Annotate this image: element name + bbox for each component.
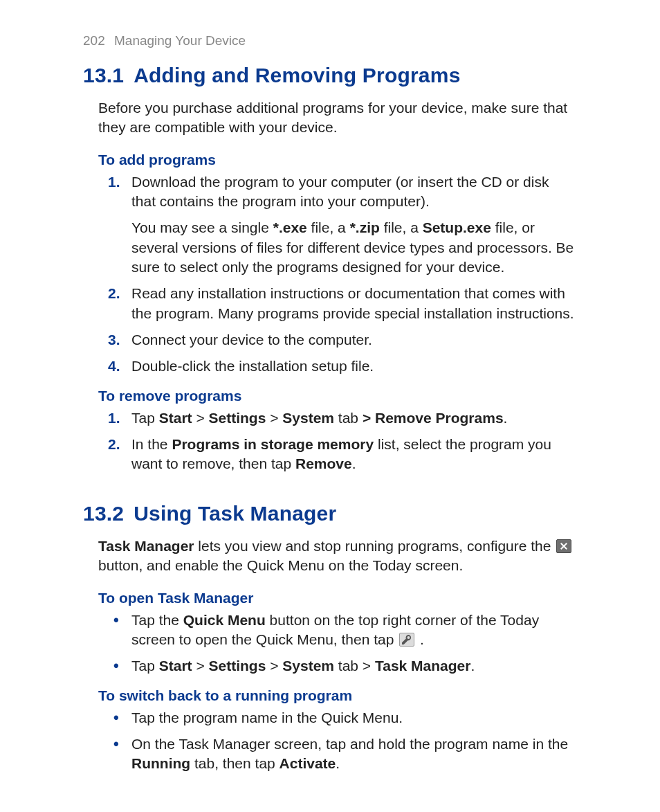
section-heading: 13.1Adding and Removing Programs	[83, 64, 577, 87]
sub-heading-open-tm: To open Task Manager	[98, 590, 577, 606]
list-item: On the Task Manager screen, tap and hold…	[98, 734, 577, 774]
chapter-title: Managing Your Device	[114, 33, 246, 48]
wrench-icon	[399, 633, 414, 647]
section-intro: Task Manager lets you view and stop runn…	[98, 536, 577, 576]
sub-heading-add: To add programs	[98, 152, 577, 168]
list-text: In the Programs in storage memory list, …	[131, 436, 551, 471]
list-text: Connect your device to the computer.	[131, 332, 372, 348]
remove-programs-list: 1. Tap Start > Settings > System tab > R…	[98, 408, 577, 474]
list-text: Read any installation instructions or do…	[131, 285, 574, 321]
list-text: On the Task Manager screen, tap and hold…	[131, 736, 568, 771]
sub-heading-remove: To remove programs	[98, 388, 577, 404]
list-item: 2. In the Programs in storage memory lis…	[98, 435, 577, 474]
list-number: 1.	[108, 408, 120, 428]
list-text: Tap Start > Settings > System tab > Task…	[131, 658, 475, 674]
list-number: 3.	[108, 330, 120, 350]
section-title: Using Task Manager	[134, 502, 336, 525]
section-13-1: 13.1Adding and Removing Programs Before …	[83, 64, 577, 474]
list-text: Download the program to your computer (o…	[131, 172, 577, 212]
section-heading: 13.2Using Task Manager	[83, 502, 577, 525]
section-13-2: 13.2Using Task Manager Task Manager lets…	[83, 502, 577, 774]
list-text: Tap the Quick Menu button on the top rig…	[131, 612, 539, 647]
list-item: Tap the program name in the Quick Menu.	[98, 708, 577, 728]
running-header: 202 Managing Your Device	[83, 33, 577, 48]
list-item: 1. Tap Start > Settings > System tab > R…	[98, 408, 577, 428]
list-number: 2.	[108, 435, 120, 454]
add-programs-list: 1. Download the program to your computer…	[98, 172, 577, 377]
list-number: 2.	[108, 284, 120, 303]
section-number: 13.1	[83, 64, 124, 87]
list-item: 2. Read any installation instructions or…	[98, 284, 577, 323]
open-tm-list: Tap the Quick Menu button on the top rig…	[98, 611, 577, 676]
close-icon	[556, 539, 571, 553]
document-page: 202 Managing Your Device 13.1Adding and …	[0, 0, 660, 812]
list-item: 4. Double-click the installation setup f…	[98, 357, 577, 376]
switch-back-list: Tap the program name in the Quick Menu. …	[98, 708, 577, 774]
list-item: Tap Start > Settings > System tab > Task…	[98, 656, 577, 676]
section-intro: Before you purchase additional programs …	[98, 98, 577, 138]
list-text: You may see a single *.exe file, a *.zip…	[131, 218, 577, 277]
section-number: 13.2	[83, 502, 124, 525]
sub-heading-switch: To switch back to a running program	[98, 687, 577, 704]
list-number: 4.	[108, 357, 120, 376]
list-text: Tap the program name in the Quick Menu.	[131, 710, 403, 725]
list-item: Tap the Quick Menu button on the top rig…	[98, 611, 577, 650]
list-text: Double-click the installation setup file…	[131, 358, 374, 374]
list-text: Tap Start > Settings > System tab > Remo…	[131, 410, 507, 426]
list-item: 1. Download the program to your computer…	[98, 172, 577, 278]
list-item: 3. Connect your device to the computer.	[98, 330, 577, 350]
page-number: 202	[83, 33, 105, 48]
section-title: Adding and Removing Programs	[134, 64, 460, 87]
list-number: 1.	[108, 172, 120, 192]
